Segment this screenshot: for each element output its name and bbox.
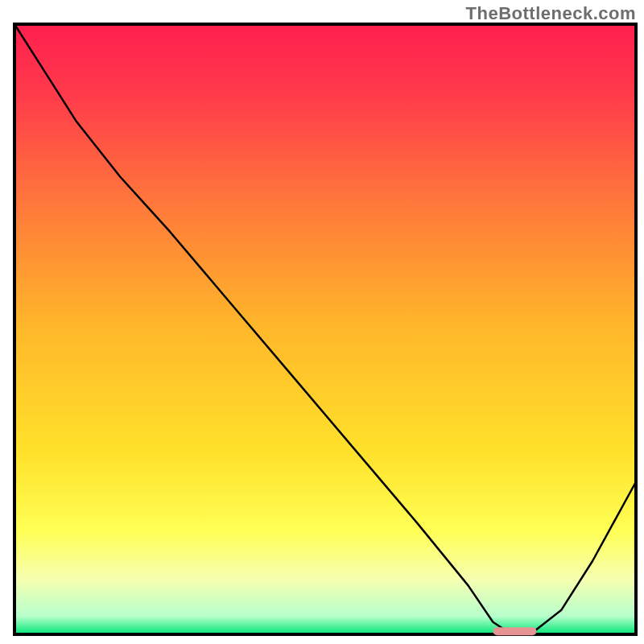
gradient-background — [14, 24, 636, 634]
watermark-text: TheBottleneck.com — [466, 3, 636, 24]
chart-frame: { "watermark": "TheBottleneck.com", "cha… — [0, 0, 644, 644]
minimum-marker — [493, 627, 536, 635]
plot-area — [14, 24, 636, 635]
chart-svg — [0, 0, 644, 644]
